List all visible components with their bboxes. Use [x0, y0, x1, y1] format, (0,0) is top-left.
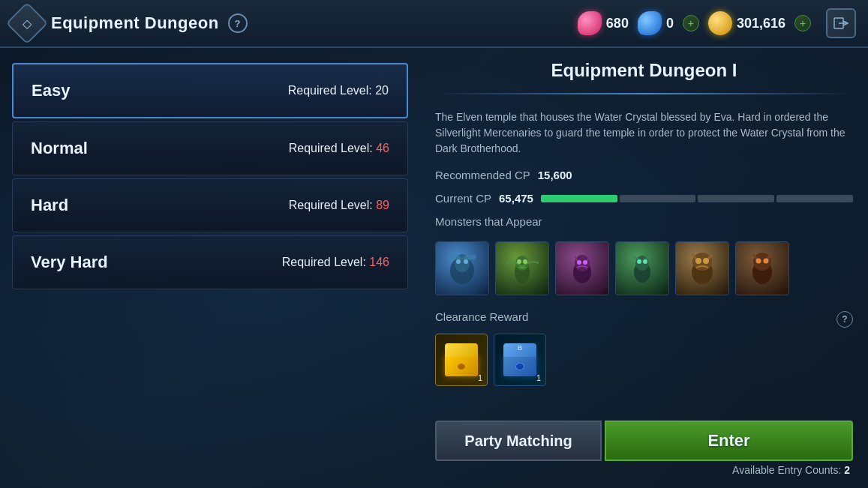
difficulty-normal-level: Required Level: 46 — [289, 142, 389, 155]
enter-button[interactable]: Enter — [605, 421, 853, 461]
monster-2 — [495, 241, 549, 295]
svg-point-8 — [517, 259, 521, 264]
monster-4 — [615, 241, 669, 295]
svg-point-19 — [692, 253, 712, 271]
difficulty-hard-name: Hard — [31, 196, 68, 215]
svg-point-13 — [583, 260, 587, 265]
reward-chest-blue: B 1 — [494, 334, 546, 386]
clearance-header: Clearance Reward ? — [435, 310, 853, 328]
dungeon-description: The Elven temple that houses the Water C… — [435, 109, 853, 157]
coin-value: 301,616 — [737, 16, 785, 31]
reward-chest-gold-count: 1 — [478, 373, 482, 382]
entry-count-row: Available Entry Counts: 2 — [435, 464, 853, 476]
difficulty-very-hard-name: Very Hard — [31, 253, 108, 272]
svg-point-11 — [575, 255, 590, 271]
recommended-cp-label: Recommended CP — [435, 169, 530, 181]
difficulty-normal[interactable]: Normal Required Level: 46 — [12, 121, 408, 175]
chest-badge: B — [518, 344, 523, 352]
entry-count-label: Available Entry Counts: — [732, 464, 841, 476]
svg-point-20 — [695, 258, 701, 264]
help-button[interactable]: ? — [228, 13, 248, 33]
difficulty-very-hard-level: Required Level: 146 — [282, 256, 389, 269]
clearance-label: Clearance Reward — [435, 310, 528, 323]
difficulty-very-hard[interactable]: Very Hard Required Level: 146 — [12, 235, 408, 289]
difficulty-hard-level: Required Level: 89 — [289, 199, 389, 212]
add-coin-button[interactable]: + — [794, 15, 811, 31]
clearance-rewards-row: 1 B 1 — [435, 334, 853, 386]
monster-6 — [735, 241, 789, 295]
page-title: Equipment Dungeon — [51, 13, 219, 33]
title-underline — [435, 93, 853, 94]
cp-bar-seg-4 — [776, 195, 853, 202]
coin-resource: 301,616 — [708, 11, 785, 35]
reward-chest-blue-count: 1 — [536, 373, 541, 382]
back-icon: ◇ — [23, 16, 32, 31]
svg-point-21 — [703, 258, 709, 264]
exit-button[interactable] — [826, 8, 856, 38]
svg-point-5 — [464, 259, 468, 264]
svg-point-9 — [523, 259, 527, 264]
svg-point-17 — [643, 259, 647, 264]
monsters-row — [435, 241, 853, 295]
recommended-cp-value: 15,600 — [538, 169, 572, 181]
monster-1 — [435, 241, 489, 295]
difficulty-easy-name: Easy — [32, 81, 70, 100]
clearance-section: Clearance Reward ? 1 — [435, 310, 853, 386]
add-blue-gem-button[interactable]: + — [683, 15, 699, 31]
cp-bar-seg-2 — [620, 195, 696, 202]
bottom-actions: Party Matching Enter Available Entry Cou… — [435, 421, 853, 476]
difficulty-hard[interactable]: Hard Required Level: 89 — [12, 178, 408, 232]
dungeon-title: Equipment Dungeon I — [435, 60, 853, 81]
cp-bar-seg-1 — [541, 195, 617, 202]
party-matching-button[interactable]: Party Matching — [435, 421, 602, 461]
recommended-cp-row: Recommended CP 15,600 — [435, 169, 853, 181]
difficulty-normal-name: Normal — [31, 139, 88, 158]
monster-5 — [675, 241, 729, 295]
svg-point-4 — [456, 259, 461, 264]
coin-icon — [708, 11, 732, 35]
svg-point-25 — [763, 258, 768, 263]
cp-bar — [541, 195, 853, 202]
monster-3 — [555, 241, 609, 295]
reward-chest-gold: 1 — [435, 334, 488, 386]
entry-count-value: 2 — [844, 464, 850, 476]
pink-gem-value: 680 — [606, 16, 629, 31]
difficulty-list: Easy Required Level: 20 Normal Required … — [0, 48, 420, 488]
action-buttons-row: Party Matching Enter — [435, 421, 853, 461]
exit-icon — [833, 15, 849, 31]
svg-point-24 — [755, 258, 761, 263]
clearance-help-button[interactable]: ? — [836, 311, 853, 328]
current-cp-row: Current CP 65,475 — [435, 192, 853, 205]
pink-gem-resource: 680 — [578, 11, 629, 35]
difficulty-easy[interactable]: Easy Required Level: 20 — [12, 63, 408, 118]
current-cp-label: Current CP — [435, 192, 491, 205]
dungeon-info-panel: Equipment Dungeon I The Elven temple tha… — [420, 48, 868, 488]
difficulty-easy-level: Required Level: 20 — [288, 84, 389, 97]
cp-bar-seg-3 — [698, 195, 774, 202]
main-layout: Easy Required Level: 20 Normal Required … — [0, 48, 868, 488]
blue-gem-icon — [638, 11, 662, 35]
blue-gem-resource: 0 — [638, 11, 674, 35]
blue-gem-value: 0 — [666, 16, 674, 31]
svg-point-12 — [577, 260, 581, 265]
monsters-label: Monsters that Appear — [435, 215, 853, 228]
current-cp-value: 65,475 — [499, 192, 533, 205]
pink-gem-icon — [578, 11, 602, 35]
back-button[interactable]: ◇ — [6, 2, 49, 45]
topbar: ◇ Equipment Dungeon ? 680 0 + 301,616 + — [0, 0, 868, 48]
svg-point-16 — [637, 259, 641, 264]
